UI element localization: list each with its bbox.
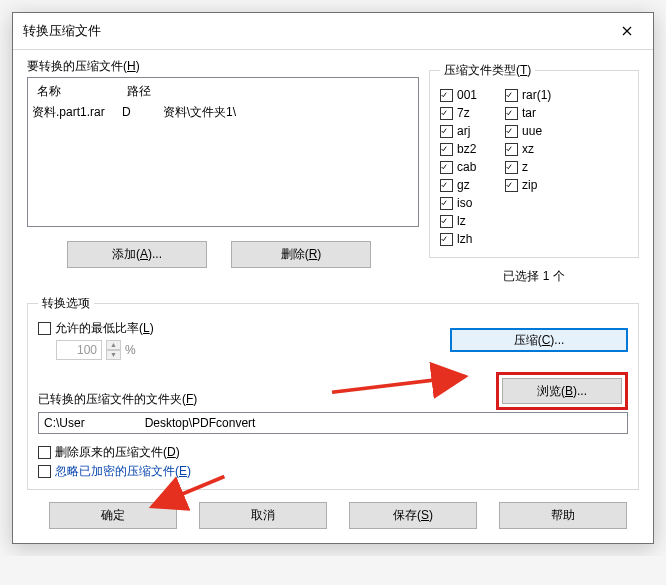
type-checkbox-lz[interactable]: lz [440,213,477,229]
type-checkbox-lzh[interactable]: lzh [440,231,477,247]
checkbox-icon [440,179,453,192]
files-group: 要转换的压缩文件(H) 名称 路径 资料.part1.rar D资料\文件夹1\ [27,58,419,227]
checkbox-icon [440,233,453,246]
close-icon [622,26,632,36]
type-label: lzh [457,231,472,247]
dialog-body: 要转换的压缩文件(H) 名称 路径 资料.part1.rar D资料\文件夹1\ [13,50,653,543]
folder-label-wrap: 已转换的压缩文件的文件夹(F) [38,391,486,410]
redacted-text [131,107,163,119]
redacted-text [85,417,145,427]
ratio-block: 允许的最低比率(L) ▲ ▼ % [38,320,154,360]
type-label: uue [522,123,542,139]
checkbox-icon [440,197,453,210]
skip-encrypted-checkbox[interactable]: 忽略已加密的压缩文件(E) [38,463,628,479]
browse-button[interactable]: 浏览(B)... [502,378,622,404]
files-area: 要转换的压缩文件(H) 名称 路径 资料.part1.rar D资料\文件夹1\ [27,58,419,285]
ratio-suffix: % [125,343,136,357]
type-label: arj [457,123,470,139]
window-title: 转换压缩文件 [23,22,101,40]
file-path: D资料\文件夹1\ [122,104,236,121]
type-checkbox-001[interactable]: 001 [440,87,477,103]
options-group: 转换选项 允许的最低比率(L) ▲ ▼ [27,295,639,490]
file-name: 资料.part1.rar [32,104,122,121]
lower-checks: 删除原来的压缩文件(D) 忽略已加密的压缩文件(E) [38,444,628,479]
type-checkbox-iso[interactable]: iso [440,195,477,211]
types-legend: 压缩文件类型(T) [440,62,535,79]
titlebar: 转换压缩文件 [13,13,653,50]
close-button[interactable] [607,19,647,43]
types-col-1: 0017zarjbz2cabgzisolzlzh [440,87,477,247]
type-checkbox-tar[interactable]: tar [505,105,551,121]
type-label: tar [522,105,536,121]
checkbox-icon [440,107,453,120]
checkbox-icon [440,161,453,174]
cancel-button[interactable]: 取消 [199,502,327,529]
ratio-checkbox[interactable]: 允许的最低比率(L) [38,320,154,336]
types-grid: 0017zarjbz2cabgzisolzlzh rar(1)taruuexzz… [440,87,628,247]
ratio-spinner: ▲ ▼ % [56,340,154,360]
ok-button[interactable]: 确定 [49,502,177,529]
dialog-window: 转换压缩文件 要转换的压缩文件(H) 名称 路径 [12,12,654,544]
type-checkbox-7z[interactable]: 7z [440,105,477,121]
file-list[interactable]: 名称 路径 资料.part1.rar D资料\文件夹1\ [27,77,419,227]
type-label: zip [522,177,537,193]
spin-down[interactable]: ▼ [106,350,121,360]
bottom-buttons: 确定 取消 保存(S) 帮助 [27,500,639,529]
types-col-2: rar(1)taruuexzzzip [505,87,551,247]
spin-up[interactable]: ▲ [106,340,121,350]
type-checkbox-uue[interactable]: uue [505,123,551,139]
checkbox-icon [38,322,51,335]
type-label: z [522,159,528,175]
type-checkbox-bz2[interactable]: bz2 [440,141,477,157]
folder-path-input[interactable]: C:\UserDesktop\PDFconvert [38,412,628,434]
selected-count: 已选择 1 个 [429,268,639,285]
spin-buttons: ▲ ▼ [106,340,121,360]
compress-button[interactable]: 压缩(C)... [450,328,628,352]
ratio-input [56,340,102,360]
checkbox-icon [38,446,51,459]
checkbox-icon [505,143,518,156]
file-row[interactable]: 资料.part1.rar D资料\文件夹1\ [32,103,414,122]
type-checkbox-cab[interactable]: cab [440,159,477,175]
checkbox-icon [505,161,518,174]
type-checkbox-zip[interactable]: zip [505,177,551,193]
types-group: 压缩文件类型(T) 0017zarjbz2cabgzisolzlzh rar(1… [429,62,639,258]
ratio-label: 允许的最低比率(L) [55,320,154,336]
col-name-header: 名称 [37,83,127,100]
folder-label: 已转换的压缩文件的文件夹(F) [38,391,486,408]
checkbox-icon [440,125,453,138]
browse-block: 已转换的压缩文件的文件夹(F) 浏览(B)... [38,372,628,410]
type-checkbox-rar1[interactable]: rar(1) [505,87,551,103]
options-row1: 允许的最低比率(L) ▲ ▼ % 压缩(C)... [38,320,628,360]
checkbox-icon [38,465,51,478]
delete-button[interactable]: 删除(R) [231,241,371,268]
type-checkbox-z[interactable]: z [505,159,551,175]
add-button[interactable]: 添加(A)... [67,241,207,268]
types-area: 压缩文件类型(T) 0017zarjbz2cabgzisolzlzh rar(1… [429,58,639,285]
col-path-header: 路径 [127,83,151,100]
delete-original-label: 删除原来的压缩文件(D) [55,444,180,460]
browse-highlight: 浏览(B)... [496,372,628,410]
type-checkbox-gz[interactable]: gz [440,177,477,193]
checkbox-icon [505,179,518,192]
file-buttons: 添加(A)... 删除(R) [27,235,419,268]
checkbox-icon [505,107,518,120]
type-checkbox-xz[interactable]: xz [505,141,551,157]
delete-original-checkbox[interactable]: 删除原来的压缩文件(D) [38,444,628,460]
type-label: gz [457,177,470,193]
files-legend: 要转换的压缩文件(H) [27,58,419,75]
checkbox-icon [440,215,453,228]
file-list-headers: 名称 路径 [32,80,414,103]
checkbox-icon [440,89,453,102]
type-checkbox-arj[interactable]: arj [440,123,477,139]
type-label: 7z [457,105,470,121]
type-label: 001 [457,87,477,103]
top-row: 要转换的压缩文件(H) 名称 路径 资料.part1.rar D资料\文件夹1\ [27,58,639,285]
checkbox-icon [505,89,518,102]
type-label: iso [457,195,472,211]
type-label: rar(1) [522,87,551,103]
skip-encrypted-label: 忽略已加密的压缩文件(E) [55,463,191,479]
save-button[interactable]: 保存(S) [349,502,477,529]
help-button[interactable]: 帮助 [499,502,627,529]
checkbox-icon [505,125,518,138]
